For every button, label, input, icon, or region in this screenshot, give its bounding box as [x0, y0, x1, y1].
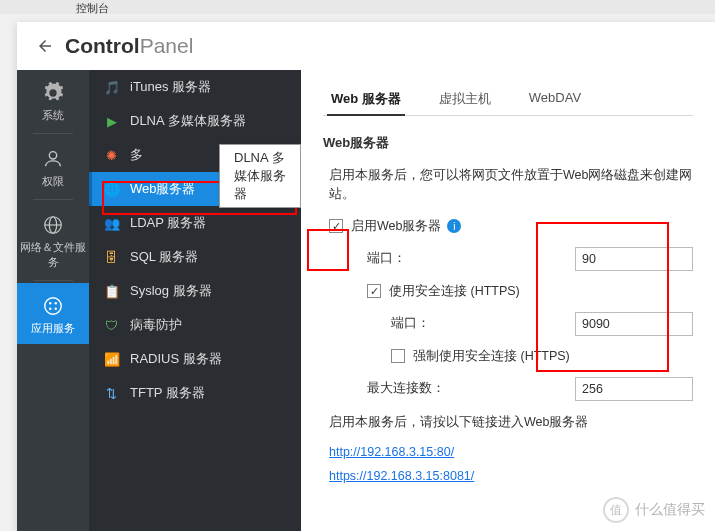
rail-divider	[33, 280, 73, 281]
side-menu: 🎵iTunes 服务器 ▶DLNA 多媒体服务器 ✺多 🌐Web服务器 👥LDA…	[89, 70, 301, 531]
rail-label: 系统	[17, 108, 89, 123]
menu-label: iTunes 服务器	[130, 78, 211, 96]
menu-label: Syslog 服务器	[130, 282, 212, 300]
row-max-conn: 最大连接数：	[323, 377, 693, 401]
left-rail: 系统 权限 网络＆文件服务 应用服务	[17, 70, 89, 531]
content-pane: Web 服务器 虚拟主机 WebDAV Web服务器 启用本服务后，您可以将网页…	[301, 70, 715, 531]
link-https[interactable]: https://192.168.3.15:8081/	[329, 469, 474, 483]
menu-label: SQL 服务器	[130, 248, 198, 266]
window-body: 系统 权限 网络＆文件服务 应用服务 🎵iTunes 服务器 ▶DLNA 多媒体…	[17, 70, 715, 531]
rail-label: 网络＆文件服务	[17, 240, 89, 270]
label-https: 使用安全连接 (HTTPS)	[389, 283, 520, 300]
gear-icon	[42, 82, 64, 104]
input-port[interactable]	[575, 247, 693, 271]
checkbox-force-https[interactable]	[391, 349, 405, 363]
tab-webdav[interactable]: WebDAV	[525, 84, 585, 115]
menu-antivirus[interactable]: 🛡病毒防护	[89, 308, 301, 342]
row-force-https: 强制使用安全连接 (HTTPS)	[323, 348, 693, 365]
apps-icon	[42, 295, 64, 317]
media-icon: ✺	[103, 147, 120, 164]
watermark: 值 什么值得买	[603, 497, 705, 523]
menu-syslog[interactable]: 📋Syslog 服务器	[89, 274, 301, 308]
menu-itunes[interactable]: 🎵iTunes 服务器	[89, 70, 301, 104]
svg-point-6	[55, 302, 57, 304]
input-https-port[interactable]	[575, 312, 693, 336]
rail-permissions[interactable]: 权限	[17, 136, 89, 197]
label-enable-web: 启用Web服务器	[351, 218, 441, 235]
tab-bar: Web 服务器 虚拟主机 WebDAV	[323, 84, 693, 116]
info-icon[interactable]: i	[447, 219, 461, 233]
ldap-icon: 👥	[103, 215, 120, 232]
globe-icon	[42, 214, 64, 236]
dlna-icon: ▶	[103, 113, 120, 130]
rail-label: 权限	[17, 174, 89, 189]
desktop-topbar: 控制台	[0, 0, 715, 14]
section-desc: 启用本服务后，您可以将网页文件放置于Web网络磁盘来创建网站。	[329, 166, 693, 204]
tab-virtual-host[interactable]: 虚拟主机	[435, 84, 495, 115]
wifi-icon: 📶	[103, 351, 120, 368]
svg-point-4	[45, 298, 62, 315]
svg-point-8	[55, 308, 57, 310]
row-https: 使用安全连接 (HTTPS)	[323, 283, 693, 300]
menu-ldap[interactable]: 👥LDAP 服务器	[89, 206, 301, 240]
rail-divider	[33, 199, 73, 200]
watermark-text: 什么值得买	[635, 501, 705, 519]
svg-point-0	[49, 152, 56, 159]
menu-dlna[interactable]: ▶DLNA 多媒体服务器	[89, 104, 301, 138]
menu-label: 多	[130, 146, 143, 164]
section-title: Web服务器	[323, 134, 693, 152]
rail-divider	[33, 133, 73, 134]
svg-point-5	[49, 302, 51, 304]
menu-label: LDAP 服务器	[130, 214, 206, 232]
svg-point-7	[49, 308, 51, 310]
rail-netfile[interactable]: 网络＆文件服务	[17, 202, 89, 278]
titlebar: ControlPanel	[17, 22, 715, 70]
globe-icon: 🌐	[103, 181, 120, 198]
menu-label: RADIUS 服务器	[130, 350, 222, 368]
link-desc: 启用本服务后，请按以下链接进入Web服务器	[329, 413, 693, 432]
menu-label: TFTP 服务器	[130, 384, 205, 402]
checkbox-https[interactable]	[367, 284, 381, 298]
menu-radius[interactable]: 📶RADIUS 服务器	[89, 342, 301, 376]
rail-label: 应用服务	[17, 321, 89, 336]
tab-web-server[interactable]: Web 服务器	[327, 84, 405, 116]
rail-system[interactable]: 系统	[17, 70, 89, 131]
arrow-left-icon	[36, 37, 54, 55]
back-button[interactable]	[31, 32, 59, 60]
menu-label: DLNA 多媒体服务器	[130, 112, 246, 130]
row-port: 端口：	[323, 247, 693, 271]
menu-tftp[interactable]: ⇅TFTP 服务器	[89, 376, 301, 410]
menu-tooltip: DLNA 多媒体服务器	[219, 144, 301, 208]
label-max-conn: 最大连接数：	[367, 380, 445, 397]
label-port: 端口：	[367, 250, 406, 267]
database-icon: 🗄	[103, 249, 120, 266]
menu-sql[interactable]: 🗄SQL 服务器	[89, 240, 301, 274]
menu-label: 病毒防护	[130, 316, 182, 334]
input-max-conn[interactable]	[575, 377, 693, 401]
user-icon	[42, 148, 64, 170]
label-force-https: 强制使用安全连接 (HTTPS)	[413, 348, 570, 365]
label-https-port: 端口：	[391, 315, 430, 332]
control-panel-window: ControlPanel 系统 权限 网络＆文件服务 应用服务	[17, 22, 715, 531]
itunes-icon: 🎵	[103, 79, 120, 96]
checkbox-enable-web[interactable]	[329, 219, 343, 233]
syslog-icon: 📋	[103, 283, 120, 300]
watermark-logo: 值	[603, 497, 629, 523]
row-enable-web: 启用Web服务器 i	[323, 218, 693, 235]
row-https-port: 端口：	[323, 312, 693, 336]
window-title: ControlPanel	[65, 34, 193, 58]
transfer-icon: ⇅	[103, 385, 120, 402]
rail-appservices[interactable]: 应用服务	[17, 283, 89, 344]
shield-icon: 🛡	[103, 317, 120, 334]
link-http[interactable]: http://192.168.3.15:80/	[329, 445, 454, 459]
menu-label: Web服务器	[130, 180, 196, 198]
